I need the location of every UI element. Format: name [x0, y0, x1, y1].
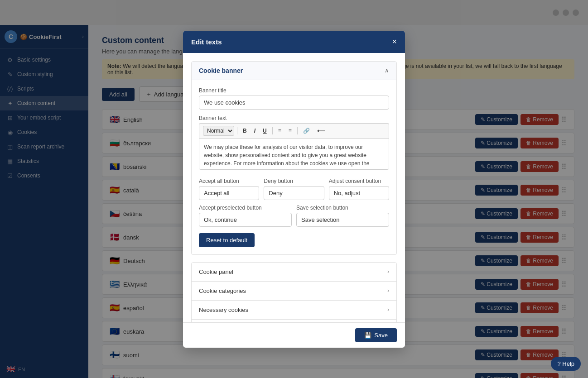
banner-text-label: Banner text [199, 115, 389, 121]
cookie-banner-chevron-icon: ∧ [385, 67, 389, 74]
accept-all-input[interactable] [199, 186, 259, 200]
modal-title: Edit texts [191, 38, 222, 46]
unordered-list-button[interactable]: ≡ [286, 126, 294, 135]
text-format-select[interactable]: Normal [203, 126, 234, 136]
underline-button[interactable]: U [260, 126, 270, 135]
button-fields-row-2: Accept preselected button Save selection… [199, 205, 389, 227]
collapsible-list: Cookie panel › Cookie categories › Neces… [191, 262, 397, 322]
modal-footer: 💾 Save [183, 322, 405, 348]
collapsible-item-label: Cookie categories [199, 287, 246, 294]
deny-group: Deny button [264, 178, 324, 200]
cookie-banner-accordion: Cookie banner ∧ Banner title Banner text… [191, 61, 397, 255]
toolbar-sep-1 [237, 127, 237, 134]
save-label: Save [374, 332, 388, 339]
banner-title-input[interactable] [199, 96, 389, 110]
adjust-group: Adjust consent button [329, 178, 389, 200]
accept-preselected-label: Accept preselected button [199, 205, 292, 211]
edit-texts-modal: Edit texts × Cookie banner ∧ Banner titl… [183, 31, 405, 348]
button-fields-row-1: Accept all button Deny button Adjust con… [199, 178, 389, 200]
help-label: ? Help [557, 360, 574, 367]
banner-title-label: Banner title [199, 87, 389, 94]
accept-preselected-group: Accept preselected button [199, 205, 292, 227]
rtl-button[interactable]: ⟵ [314, 126, 328, 135]
collapsible-item-necessary-cookies[interactable]: Necessary cookies › [192, 301, 396, 320]
banner-text-toolbar: Normal B I U ≡ ≡ 🔗 ⟵ [199, 123, 389, 138]
cookie-banner-content: Banner title Banner text Normal B I U [192, 80, 396, 254]
deny-label: Deny button [264, 178, 324, 184]
save-selection-label: Save selection button [296, 205, 389, 211]
save-selection-input[interactable] [296, 213, 389, 227]
save-button[interactable]: 💾 Save [355, 328, 397, 342]
deny-input[interactable] [264, 186, 324, 200]
help-button[interactable]: ? Help [551, 357, 581, 371]
adjust-label: Adjust consent button [329, 178, 389, 184]
collapsible-item-label: Necessary cookies [199, 306, 248, 313]
accept-all-label: Accept all button [199, 178, 259, 184]
collapsible-item-cookie-categories[interactable]: Cookie categories › [192, 282, 396, 301]
collapsible-chevron-icon: › [387, 268, 389, 275]
save-icon: 💾 [364, 332, 371, 339]
banner-text-textarea[interactable] [199, 138, 389, 170]
link-button[interactable]: 🔗 [300, 126, 313, 135]
collapsible-chevron-icon: › [387, 287, 389, 294]
bold-button[interactable]: B [240, 126, 250, 135]
collapsible-item-cookie-panel[interactable]: Cookie panel › [192, 263, 396, 282]
modal-body: Cookie banner ∧ Banner title Banner text… [183, 53, 405, 322]
accept-all-group: Accept all button [199, 178, 259, 200]
collapsible-item-label: Cookie panel [199, 268, 233, 275]
toolbar-sep-3 [297, 127, 298, 134]
ordered-list-button[interactable]: ≡ [275, 126, 284, 135]
save-selection-group: Save selection button [296, 205, 389, 227]
cookie-banner-header[interactable]: Cookie banner ∧ [192, 62, 396, 80]
cookie-banner-title: Cookie banner [199, 67, 243, 74]
modal-overlay: Edit texts × Cookie banner ∧ Banner titl… [0, 0, 588, 378]
toolbar-sep-2 [272, 127, 273, 134]
italic-button[interactable]: I [251, 126, 258, 135]
accept-preselected-input[interactable] [199, 213, 292, 227]
modal-header: Edit texts × [183, 31, 405, 53]
adjust-input[interactable] [329, 186, 389, 200]
collapsible-chevron-icon: › [387, 306, 389, 313]
reset-to-default-button[interactable]: Reset to default [199, 233, 255, 247]
modal-close-button[interactable]: × [392, 37, 397, 47]
